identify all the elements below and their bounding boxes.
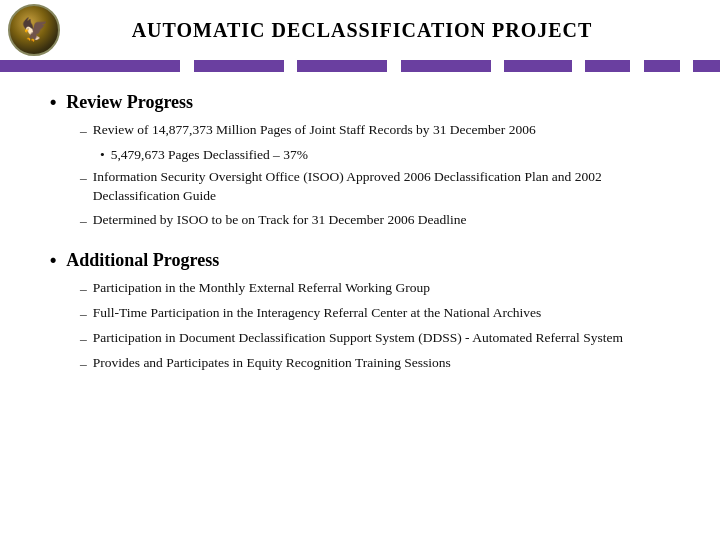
sub-item-additional-sub-2: –Full-Time Participation in the Interage… bbox=[80, 304, 680, 324]
dash-icon: – bbox=[80, 169, 87, 188]
bar-segment bbox=[630, 60, 644, 72]
bar-segment bbox=[401, 60, 491, 72]
sub-item-row: –Provides and Participates in Equity Rec… bbox=[80, 354, 680, 374]
bar-segment bbox=[180, 60, 194, 72]
bar-segment bbox=[680, 60, 694, 72]
page-title: AUTOMATIC DECLASSIFICATION PROJECT bbox=[132, 19, 593, 42]
section-bullet: • bbox=[50, 250, 56, 271]
bar-segment bbox=[504, 60, 572, 72]
dash-icon: – bbox=[80, 330, 87, 349]
header: 🦅 AUTOMATIC DECLASSIFICATION PROJECT bbox=[0, 0, 720, 60]
sub-item-row: –Determined by ISOO to be on Track for 3… bbox=[80, 211, 680, 231]
dash-icon: – bbox=[80, 122, 87, 141]
sub-bullet-icon: • bbox=[100, 146, 105, 165]
bar-segment bbox=[572, 60, 586, 72]
section-title: Additional Progress bbox=[66, 250, 219, 271]
sub-item-row: –Information Security Oversight Office (… bbox=[80, 168, 680, 206]
section-header: •Additional Progress bbox=[50, 250, 680, 271]
sub-item-row: –Participation in the Monthly External R… bbox=[80, 279, 680, 299]
sub-items-list: –Participation in the Monthly External R… bbox=[80, 279, 680, 374]
sub-item-review-sub-2: –Information Security Oversight Office (… bbox=[80, 168, 680, 206]
sub-item-text: Participation in the Monthly External Re… bbox=[93, 279, 430, 298]
logo: 🦅 bbox=[4, 0, 64, 60]
dash-icon: – bbox=[80, 305, 87, 324]
sub-sub-item-text: 5,479,673 Pages Declassified – 37% bbox=[111, 146, 308, 165]
bar-segment bbox=[585, 60, 630, 72]
sub-sub-item-review-subsub-1: •5,479,673 Pages Declassified – 37% bbox=[100, 146, 680, 165]
sub-item-text: Determined by ISOO to be on Track for 31… bbox=[93, 211, 467, 230]
bar-segment bbox=[491, 60, 505, 72]
sub-item-text: Review of 14,877,373 Million Pages of Jo… bbox=[93, 121, 536, 140]
dash-icon: – bbox=[80, 280, 87, 299]
section-bullet: • bbox=[50, 92, 56, 113]
sub-item-review-sub-1: –Review of 14,877,373 Million Pages of J… bbox=[80, 121, 680, 165]
section-review-progress: •Review Progress–Review of 14,877,373 Mi… bbox=[50, 92, 680, 230]
sub-item-additional-sub-3: –Participation in Document Declassificat… bbox=[80, 329, 680, 349]
sub-item-additional-sub-4: –Provides and Participates in Equity Rec… bbox=[80, 354, 680, 374]
sub-items-list: –Review of 14,877,373 Million Pages of J… bbox=[80, 121, 680, 230]
header-title-area: AUTOMATIC DECLASSIFICATION PROJECT bbox=[64, 19, 720, 42]
bar-segment bbox=[194, 60, 284, 72]
sub-item-row: –Participation in Document Declassificat… bbox=[80, 329, 680, 349]
bar-segment bbox=[644, 60, 680, 72]
sub-item-review-sub-3: –Determined by ISOO to be on Track for 3… bbox=[80, 211, 680, 231]
section-title: Review Progress bbox=[66, 92, 193, 113]
sub-item-text: Participation in Document Declassificati… bbox=[93, 329, 623, 348]
content-area: •Review Progress–Review of 14,877,373 Mi… bbox=[0, 72, 720, 414]
bar-segment bbox=[387, 60, 401, 72]
logo-emblem: 🦅 bbox=[8, 4, 60, 56]
dash-icon: – bbox=[80, 355, 87, 374]
bar-segment bbox=[0, 60, 180, 72]
bar-segment bbox=[693, 60, 720, 72]
bar-segment bbox=[297, 60, 387, 72]
sub-item-text: Full-Time Participation in the Interagen… bbox=[93, 304, 542, 323]
section-header: •Review Progress bbox=[50, 92, 680, 113]
section-additional-progress: •Additional Progress–Participation in th… bbox=[50, 250, 680, 374]
sub-item-text: Information Security Oversight Office (I… bbox=[93, 168, 680, 206]
sub-item-additional-sub-1: –Participation in the Monthly External R… bbox=[80, 279, 680, 299]
dash-icon: – bbox=[80, 212, 87, 231]
sub-item-text: Provides and Participates in Equity Reco… bbox=[93, 354, 451, 373]
sub-item-row: –Review of 14,877,373 Million Pages of J… bbox=[80, 121, 680, 141]
bar-segment bbox=[284, 60, 298, 72]
sub-item-row: –Full-Time Participation in the Interage… bbox=[80, 304, 680, 324]
header-bar bbox=[0, 60, 720, 72]
